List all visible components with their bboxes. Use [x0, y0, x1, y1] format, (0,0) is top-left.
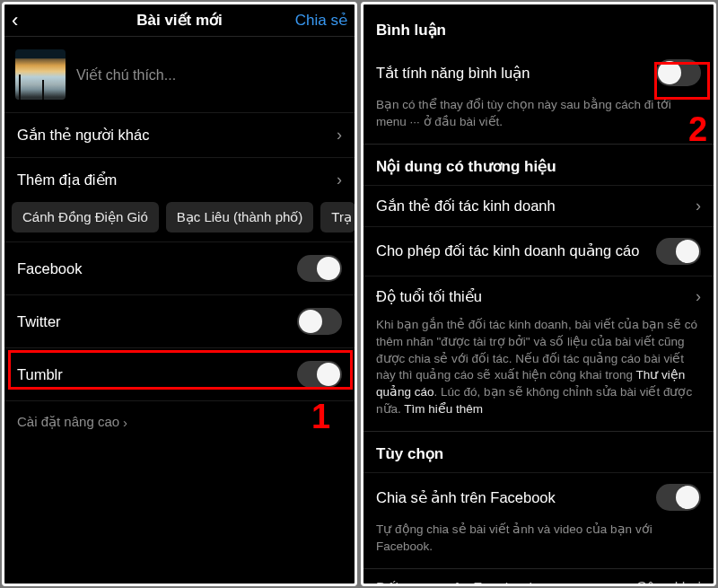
advanced-settings-row[interactable]: Cài đặt nâng cao ›	[4, 401, 355, 443]
twitter-toggle[interactable]	[297, 308, 342, 335]
tag-business-partner-row[interactable]: Gắn thẻ đối tác kinh doanh ›	[363, 185, 714, 226]
facebook-audience-row[interactable]: Đối tượng trên Facebook Công khai	[363, 568, 714, 586]
post-thumbnail[interactable]	[15, 49, 66, 100]
branded-content-hint: Khi bạn gắn thẻ đối tác kinh doanh, bài …	[363, 317, 714, 431]
share-on-facebook-label: Chia sẻ ảnh trên Facebook	[376, 489, 656, 506]
share-target-label: Twitter	[17, 313, 61, 330]
share-twitter-row: Twitter	[4, 295, 355, 348]
tag-people-row[interactable]: Gắn thẻ người khác ›	[4, 113, 355, 158]
turn-off-comments-row: Tắt tính năng bình luận	[363, 48, 714, 97]
turn-off-comments-hint: Bạn có thể thay đổi tùy chọn này sau bằn…	[363, 97, 714, 144]
location-chip[interactable]: Bạc Liêu (thành phố)	[166, 202, 314, 233]
share-facebook-row: Facebook	[4, 242, 355, 295]
share-on-facebook-toggle[interactable]	[656, 484, 701, 511]
minimum-age-row[interactable]: Độ tuổi tối thiểu ›	[363, 276, 714, 317]
chevron-right-icon: ›	[696, 287, 701, 306]
add-location-row[interactable]: Thêm địa điểm ›	[4, 158, 355, 197]
location-chip[interactable]: Trạ	[320, 202, 355, 233]
share-tumblr-row: Tumblr	[4, 348, 355, 401]
location-chip[interactable]: Cánh Đồng Điện Gió	[12, 202, 159, 233]
allow-partner-ads-toggle[interactable]	[656, 238, 701, 265]
minimum-age-label: Độ tuổi tối thiểu	[376, 288, 696, 305]
facebook-audience-value: Công khai	[636, 580, 701, 586]
tumblr-toggle[interactable]	[297, 361, 342, 388]
phone-right: Bình luận Tắt tính năng bình luận Bạn có…	[361, 2, 716, 586]
caption-row[interactable]: Viết chú thích...	[4, 37, 355, 113]
chevron-right-icon: ›	[337, 171, 342, 189]
chevron-right-icon: ›	[337, 126, 342, 145]
add-location-label: Thêm địa điểm	[17, 171, 117, 189]
share-on-facebook-hint: Tự động chia sẻ bài viết ảnh và video củ…	[363, 522, 714, 568]
share-target-label: Facebook	[17, 260, 82, 277]
tag-business-partner-label: Gắn thẻ đối tác kinh doanh	[376, 197, 696, 215]
new-post-header: ‹ Bài viết mới Chia sẻ	[4, 4, 355, 37]
share-button[interactable]: Chia sẻ	[295, 11, 347, 30]
facebook-toggle[interactable]	[297, 255, 342, 282]
comments-section-title: Bình luận	[363, 4, 714, 48]
turn-off-comments-label: Tắt tính năng bình luận	[376, 65, 656, 82]
branded-content-title: Nội dung có thương hiệu	[363, 144, 714, 185]
allow-partner-ads-label: Cho phép đối tác kinh doanh quảng cáo	[376, 241, 656, 260]
allow-partner-ads-row: Cho phép đối tác kinh doanh quảng cáo	[363, 226, 714, 276]
preferences-title: Tùy chọn	[363, 431, 714, 472]
facebook-audience-label: Đối tượng trên Facebook	[376, 580, 537, 586]
tag-people-label: Gắn thẻ người khác	[17, 127, 149, 144]
back-icon[interactable]: ‹	[12, 9, 31, 32]
annotation-number-2: 2	[688, 110, 707, 149]
share-target-label: Tumblr	[17, 366, 63, 383]
location-chips: Cánh Đồng Điện Gió Bạc Liêu (thành phố) …	[4, 197, 355, 242]
chevron-right-icon: ›	[696, 197, 701, 215]
advanced-settings-label: Cài đặt nâng cao	[17, 414, 119, 430]
annotation-number-1: 1	[311, 398, 330, 436]
caption-input[interactable]: Viết chú thích...	[76, 66, 176, 83]
chevron-right-icon: ›	[123, 415, 127, 430]
turn-off-comments-toggle[interactable]	[656, 59, 701, 86]
phone-left: ‹ Bài viết mới Chia sẻ Viết chú thích...…	[2, 2, 357, 586]
share-on-facebook-row: Chia sẻ ảnh trên Facebook	[363, 472, 714, 522]
